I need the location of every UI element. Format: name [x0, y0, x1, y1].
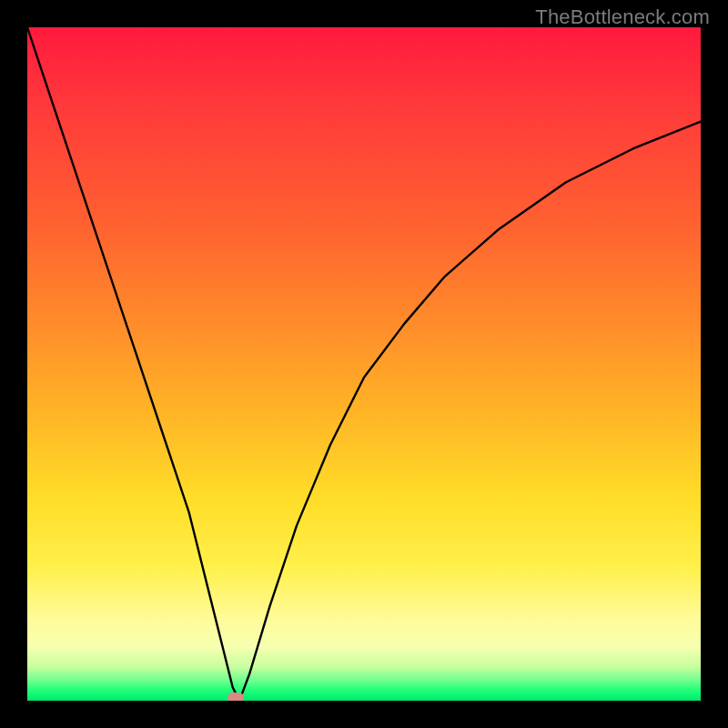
watermark-text: TheBottleneck.com	[535, 5, 710, 29]
optimum-marker	[228, 693, 244, 701]
chart-frame: TheBottleneck.com	[0, 0, 728, 728]
bottleneck-curve	[27, 27, 701, 701]
plot-area	[27, 27, 701, 701]
